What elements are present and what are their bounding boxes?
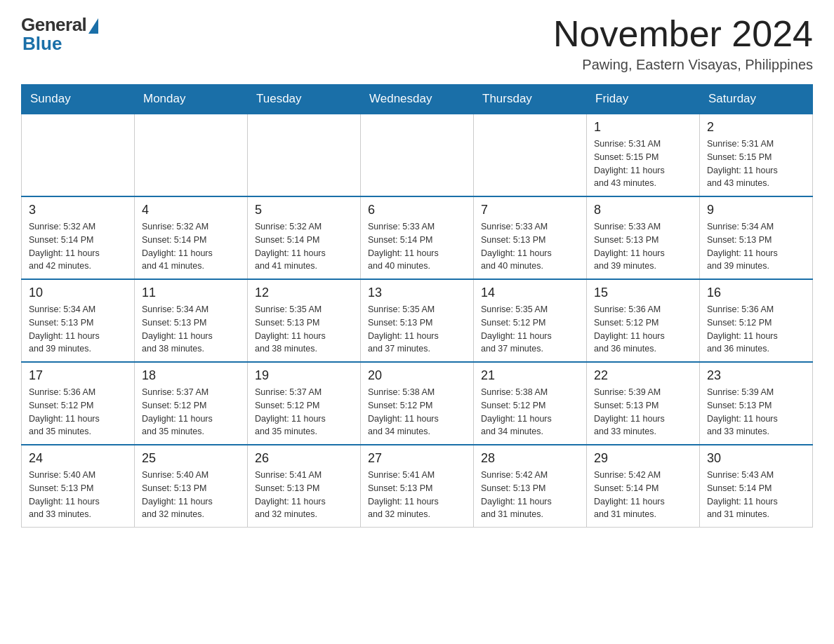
calendar-cell: 3Sunrise: 5:32 AM Sunset: 5:14 PM Daylig… bbox=[22, 196, 135, 279]
column-header-saturday: Saturday bbox=[700, 85, 813, 114]
day-number: 24 bbox=[29, 451, 127, 466]
day-number: 19 bbox=[255, 368, 353, 383]
week-row-1: 1Sunrise: 5:31 AM Sunset: 5:15 PM Daylig… bbox=[22, 114, 813, 196]
day-info: Sunrise: 5:34 AM Sunset: 5:13 PM Dayligh… bbox=[142, 303, 240, 356]
logo-blue-text: Blue bbox=[22, 33, 62, 55]
calendar-cell: 2Sunrise: 5:31 AM Sunset: 5:15 PM Daylig… bbox=[700, 114, 813, 196]
column-header-friday: Friday bbox=[587, 85, 700, 114]
calendar-cell: 20Sunrise: 5:38 AM Sunset: 5:12 PM Dayli… bbox=[361, 362, 474, 445]
calendar-cell: 19Sunrise: 5:37 AM Sunset: 5:12 PM Dayli… bbox=[248, 362, 361, 445]
day-info: Sunrise: 5:33 AM Sunset: 5:13 PM Dayligh… bbox=[481, 220, 579, 273]
day-info: Sunrise: 5:32 AM Sunset: 5:14 PM Dayligh… bbox=[255, 220, 353, 273]
calendar-cell: 6Sunrise: 5:33 AM Sunset: 5:14 PM Daylig… bbox=[361, 196, 474, 279]
day-info: Sunrise: 5:34 AM Sunset: 5:13 PM Dayligh… bbox=[707, 220, 805, 273]
calendar-cell: 28Sunrise: 5:42 AM Sunset: 5:13 PM Dayli… bbox=[474, 445, 587, 528]
day-number: 22 bbox=[594, 368, 692, 383]
day-number: 12 bbox=[255, 286, 353, 300]
column-header-thursday: Thursday bbox=[474, 85, 587, 114]
day-info: Sunrise: 5:38 AM Sunset: 5:12 PM Dayligh… bbox=[481, 386, 579, 438]
calendar-cell: 24Sunrise: 5:40 AM Sunset: 5:13 PM Dayli… bbox=[22, 445, 135, 528]
week-row-2: 3Sunrise: 5:32 AM Sunset: 5:14 PM Daylig… bbox=[22, 196, 813, 279]
day-info: Sunrise: 5:32 AM Sunset: 5:14 PM Dayligh… bbox=[142, 220, 240, 273]
day-info: Sunrise: 5:37 AM Sunset: 5:12 PM Dayligh… bbox=[142, 386, 240, 438]
day-info: Sunrise: 5:40 AM Sunset: 5:13 PM Dayligh… bbox=[142, 469, 240, 521]
title-block: November 2024 Pawing, Eastern Visayas, P… bbox=[553, 14, 813, 73]
calendar-cell: 27Sunrise: 5:41 AM Sunset: 5:13 PM Dayli… bbox=[361, 445, 474, 528]
calendar-cell: 25Sunrise: 5:40 AM Sunset: 5:13 PM Dayli… bbox=[135, 445, 248, 528]
day-number: 10 bbox=[29, 286, 127, 300]
calendar-cell: 5Sunrise: 5:32 AM Sunset: 5:14 PM Daylig… bbox=[248, 196, 361, 279]
calendar-cell: 9Sunrise: 5:34 AM Sunset: 5:13 PM Daylig… bbox=[700, 196, 813, 279]
day-info: Sunrise: 5:35 AM Sunset: 5:12 PM Dayligh… bbox=[481, 303, 579, 356]
calendar-cell: 22Sunrise: 5:39 AM Sunset: 5:13 PM Dayli… bbox=[587, 362, 700, 445]
calendar-table: SundayMondayTuesdayWednesdayThursdayFrid… bbox=[21, 84, 813, 528]
day-info: Sunrise: 5:33 AM Sunset: 5:14 PM Dayligh… bbox=[368, 220, 466, 273]
calendar-cell: 14Sunrise: 5:35 AM Sunset: 5:12 PM Dayli… bbox=[474, 279, 587, 362]
logo-triangle-icon bbox=[88, 18, 98, 34]
calendar-cell: 1Sunrise: 5:31 AM Sunset: 5:15 PM Daylig… bbox=[587, 114, 700, 196]
calendar-cell: 7Sunrise: 5:33 AM Sunset: 5:13 PM Daylig… bbox=[474, 196, 587, 279]
calendar-cell: 26Sunrise: 5:41 AM Sunset: 5:13 PM Dayli… bbox=[248, 445, 361, 528]
calendar-cell: 13Sunrise: 5:35 AM Sunset: 5:13 PM Dayli… bbox=[361, 279, 474, 362]
day-number: 5 bbox=[255, 203, 353, 217]
day-info: Sunrise: 5:35 AM Sunset: 5:13 PM Dayligh… bbox=[255, 303, 353, 356]
calendar-cell: 30Sunrise: 5:43 AM Sunset: 5:14 PM Dayli… bbox=[700, 445, 813, 528]
day-number: 30 bbox=[707, 451, 805, 466]
day-info: Sunrise: 5:36 AM Sunset: 5:12 PM Dayligh… bbox=[29, 386, 127, 438]
day-info: Sunrise: 5:36 AM Sunset: 5:12 PM Dayligh… bbox=[594, 303, 692, 356]
day-info: Sunrise: 5:31 AM Sunset: 5:15 PM Dayligh… bbox=[707, 137, 805, 190]
day-info: Sunrise: 5:38 AM Sunset: 5:12 PM Dayligh… bbox=[368, 386, 466, 438]
day-number: 27 bbox=[368, 451, 466, 466]
week-row-5: 24Sunrise: 5:40 AM Sunset: 5:13 PM Dayli… bbox=[22, 445, 813, 528]
day-number: 11 bbox=[142, 286, 240, 300]
day-info: Sunrise: 5:32 AM Sunset: 5:14 PM Dayligh… bbox=[29, 220, 127, 273]
day-number: 23 bbox=[707, 368, 805, 383]
calendar-cell: 16Sunrise: 5:36 AM Sunset: 5:12 PM Dayli… bbox=[700, 279, 813, 362]
calendar-cell bbox=[22, 114, 135, 196]
day-number: 14 bbox=[481, 286, 579, 300]
calendar-cell bbox=[361, 114, 474, 196]
day-info: Sunrise: 5:42 AM Sunset: 5:13 PM Dayligh… bbox=[481, 469, 579, 521]
day-number: 15 bbox=[594, 286, 692, 300]
column-header-tuesday: Tuesday bbox=[248, 85, 361, 114]
day-number: 18 bbox=[142, 368, 240, 383]
calendar-cell: 10Sunrise: 5:34 AM Sunset: 5:13 PM Dayli… bbox=[22, 279, 135, 362]
day-info: Sunrise: 5:42 AM Sunset: 5:14 PM Dayligh… bbox=[594, 469, 692, 521]
calendar-cell: 4Sunrise: 5:32 AM Sunset: 5:14 PM Daylig… bbox=[135, 196, 248, 279]
day-number: 9 bbox=[707, 203, 805, 217]
day-info: Sunrise: 5:39 AM Sunset: 5:13 PM Dayligh… bbox=[594, 386, 692, 438]
calendar-cell: 15Sunrise: 5:36 AM Sunset: 5:12 PM Dayli… bbox=[587, 279, 700, 362]
calendar-cell bbox=[248, 114, 361, 196]
day-info: Sunrise: 5:43 AM Sunset: 5:14 PM Dayligh… bbox=[707, 469, 805, 521]
column-header-monday: Monday bbox=[135, 85, 248, 114]
week-row-3: 10Sunrise: 5:34 AM Sunset: 5:13 PM Dayli… bbox=[22, 279, 813, 362]
calendar-cell bbox=[474, 114, 587, 196]
day-number: 13 bbox=[368, 286, 466, 300]
logo: General Blue bbox=[21, 14, 98, 55]
day-info: Sunrise: 5:41 AM Sunset: 5:13 PM Dayligh… bbox=[255, 469, 353, 521]
day-number: 28 bbox=[481, 451, 579, 466]
day-number: 17 bbox=[29, 368, 127, 383]
calendar-cell: 12Sunrise: 5:35 AM Sunset: 5:13 PM Dayli… bbox=[248, 279, 361, 362]
calendar-cell: 8Sunrise: 5:33 AM Sunset: 5:13 PM Daylig… bbox=[587, 196, 700, 279]
day-info: Sunrise: 5:33 AM Sunset: 5:13 PM Dayligh… bbox=[594, 220, 692, 273]
day-number: 25 bbox=[142, 451, 240, 466]
day-number: 20 bbox=[368, 368, 466, 383]
day-number: 4 bbox=[142, 203, 240, 217]
day-info: Sunrise: 5:37 AM Sunset: 5:12 PM Dayligh… bbox=[255, 386, 353, 438]
location-text: Pawing, Eastern Visayas, Philippines bbox=[553, 57, 813, 73]
month-title: November 2024 bbox=[553, 14, 813, 54]
day-number: 7 bbox=[481, 203, 579, 217]
calendar-cell: 23Sunrise: 5:39 AM Sunset: 5:13 PM Dayli… bbox=[700, 362, 813, 445]
page-header: General Blue November 2024 Pawing, Easte… bbox=[21, 14, 813, 73]
calendar-cell bbox=[135, 114, 248, 196]
day-number: 29 bbox=[594, 451, 692, 466]
calendar-cell: 21Sunrise: 5:38 AM Sunset: 5:12 PM Dayli… bbox=[474, 362, 587, 445]
day-info: Sunrise: 5:31 AM Sunset: 5:15 PM Dayligh… bbox=[594, 137, 692, 190]
calendar-cell: 18Sunrise: 5:37 AM Sunset: 5:12 PM Dayli… bbox=[135, 362, 248, 445]
day-number: 21 bbox=[481, 368, 579, 383]
column-header-sunday: Sunday bbox=[22, 85, 135, 114]
day-number: 16 bbox=[707, 286, 805, 300]
calendar-cell: 11Sunrise: 5:34 AM Sunset: 5:13 PM Dayli… bbox=[135, 279, 248, 362]
day-info: Sunrise: 5:35 AM Sunset: 5:13 PM Dayligh… bbox=[368, 303, 466, 356]
